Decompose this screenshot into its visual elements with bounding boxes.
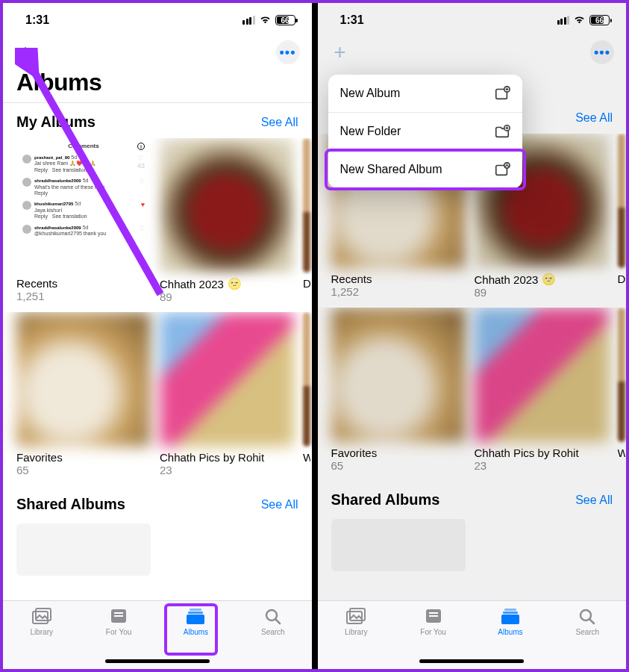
- page-title: Albums: [3, 67, 312, 102]
- svg-rect-7: [188, 612, 203, 614]
- tab-label: Library: [345, 628, 368, 636]
- album-name: Recents: [16, 277, 151, 290]
- tab-label: Library: [30, 628, 53, 636]
- moon-emoji-icon: 🌝: [228, 277, 242, 290]
- album-name: Chhath 2023🌝: [475, 273, 609, 286]
- album-card-chhath-pics[interactable]: Chhath Pics by Rohit 23: [160, 312, 294, 476]
- album-name: D: [618, 273, 625, 285]
- search-icon: [577, 607, 598, 625]
- menu-new-shared-album[interactable]: New Shared Album: [328, 150, 522, 188]
- status-time: 1:31: [340, 13, 364, 27]
- svg-rect-20: [429, 612, 438, 614]
- battery-icon: 66: [275, 15, 295, 25]
- svg-rect-24: [501, 615, 519, 624]
- tab-library[interactable]: Library: [318, 607, 395, 669]
- see-all-my-albums[interactable]: See All: [575, 111, 613, 125]
- section-shared-albums: Shared Albums: [16, 496, 125, 513]
- library-icon: [31, 607, 52, 625]
- see-all-shared[interactable]: See All: [575, 494, 613, 507]
- shared-album-card[interactable]: [331, 519, 466, 571]
- see-all-my-albums[interactable]: See All: [261, 116, 298, 129]
- home-indicator[interactable]: [105, 659, 210, 663]
- album-name: W: [618, 447, 625, 459]
- more-button[interactable]: •••: [276, 40, 300, 64]
- search-icon: [263, 607, 284, 625]
- status-bar: 1:31 66: [3, 3, 312, 37]
- new-folder-icon: [494, 123, 510, 140]
- album-card-favorites[interactable]: Favorites 65: [331, 308, 466, 472]
- cellular-icon: [557, 16, 570, 25]
- album-count: 65: [331, 459, 466, 472]
- shared-album-card[interactable]: [16, 523, 151, 576]
- album-count: 65: [16, 464, 151, 476]
- tab-label: Albums: [184, 628, 208, 636]
- see-all-shared[interactable]: See All: [261, 498, 298, 511]
- screenshot-right: 1:31 66 + ••• New Album New Folder New S…: [318, 3, 627, 669]
- album-thumb: [475, 308, 609, 442]
- album-thumb: [618, 134, 625, 268]
- album-card-peek[interactable]: D: [618, 134, 625, 299]
- album-thumb: [160, 312, 294, 447]
- my-albums-row-1: Commentsi prashant_pal_90 5dJai shree Ra…: [3, 138, 312, 303]
- svg-rect-4: [114, 612, 123, 614]
- tab-label: Albums: [498, 628, 522, 636]
- album-count: 1,252: [331, 285, 466, 298]
- more-button[interactable]: •••: [590, 40, 614, 64]
- album-name: D: [303, 277, 310, 290]
- album-name: Favorites: [16, 451, 151, 464]
- album-name: Favorites: [331, 447, 466, 459]
- album-thumb: [303, 138, 310, 273]
- svg-rect-5: [114, 615, 123, 617]
- menu-new-folder[interactable]: New Folder: [328, 112, 522, 150]
- tab-label: For You: [106, 628, 131, 636]
- new-album-icon: [494, 85, 510, 102]
- tab-label: Search: [261, 628, 285, 636]
- section-shared-albums: Shared Albums: [331, 491, 440, 508]
- cellular-icon: [242, 16, 255, 25]
- tab-library[interactable]: Library: [3, 607, 80, 669]
- add-button[interactable]: +: [330, 42, 351, 63]
- svg-line-10: [275, 619, 280, 623]
- svg-rect-6: [190, 609, 201, 611]
- menu-new-album[interactable]: New Album: [328, 75, 522, 112]
- create-menu: New Album New Folder New Shared Album: [328, 75, 522, 188]
- divider: [3, 102, 312, 103]
- album-thumb: [160, 138, 294, 273]
- album-name: Recents: [331, 273, 466, 285]
- album-name: W: [303, 451, 310, 464]
- albums-icon: [185, 607, 206, 625]
- album-count: 23: [475, 459, 609, 472]
- albums-icon: [500, 607, 521, 625]
- menu-label: New Album: [340, 87, 401, 100]
- for-you-icon: [423, 607, 444, 625]
- album-card-chhath-pics[interactable]: Chhath Pics by Rohit 23: [475, 308, 609, 472]
- album-thumb: [16, 312, 151, 447]
- my-albums-row-2: Favorites 65 Chhath Pics by Rohit 23 W: [318, 308, 627, 472]
- svg-rect-21: [429, 615, 438, 617]
- album-thumb: [331, 308, 466, 442]
- menu-label: New Shared Album: [340, 163, 442, 176]
- svg-line-26: [589, 619, 594, 623]
- album-count: 1,251: [16, 290, 151, 302]
- tab-label: For You: [420, 628, 445, 636]
- home-indicator[interactable]: [419, 659, 524, 663]
- album-card-peek[interactable]: W: [618, 308, 625, 472]
- album-name: Chhath Pics by Rohit: [160, 451, 294, 464]
- album-card-chhath-2023[interactable]: Chhath 2023🌝 89: [160, 138, 294, 303]
- album-card-favorites[interactable]: Favorites 65: [16, 312, 151, 476]
- album-thumb: [303, 312, 310, 447]
- tab-label: Search: [575, 628, 599, 636]
- tab-search[interactable]: Search: [549, 607, 626, 669]
- album-thumb: [618, 308, 625, 442]
- album-card-peek[interactable]: D: [303, 138, 310, 303]
- album-card-peek[interactable]: W: [303, 312, 310, 476]
- svg-rect-8: [187, 615, 204, 624]
- album-count: 89: [475, 286, 609, 299]
- album-name: Chhath 2023🌝: [160, 277, 294, 290]
- album-card-recents[interactable]: Commentsi prashant_pal_90 5dJai shree Ra…: [16, 138, 151, 303]
- add-button[interactable]: +: [15, 42, 36, 63]
- tab-search[interactable]: Search: [234, 607, 311, 669]
- screenshot-left: 1:31 66 + ••• Albums My Albums See All C…: [3, 3, 312, 669]
- svg-rect-22: [504, 609, 516, 611]
- status-time: 1:31: [25, 13, 49, 27]
